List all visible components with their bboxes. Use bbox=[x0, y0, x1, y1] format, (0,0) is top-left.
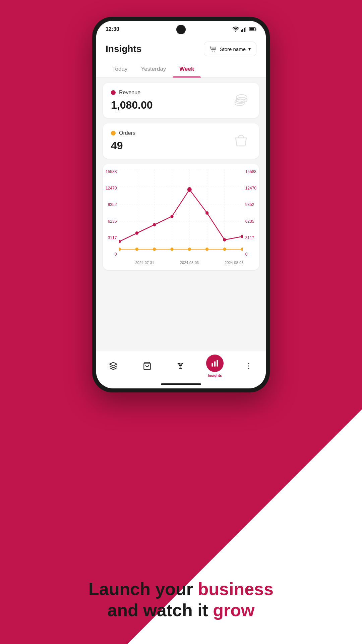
svg-point-6 bbox=[212, 51, 213, 52]
rev-dot-6 bbox=[223, 238, 226, 241]
phone-frame: 12:30 bbox=[92, 17, 270, 392]
nav-item-products[interactable] bbox=[103, 361, 123, 371]
promo-line1-text: Launch your bbox=[88, 579, 198, 599]
y-label-0: 15588 bbox=[106, 169, 117, 174]
y-right-label-2: 9352 bbox=[245, 202, 254, 207]
chart-x-labels: 2024-07-31 2024-08-03 2024-08-06 bbox=[106, 258, 256, 265]
promo-line-2: and watch it grow bbox=[30, 600, 332, 621]
chart-container: 15588 12470 9352 6235 3117 0 bbox=[103, 164, 259, 270]
battery-icon bbox=[249, 27, 256, 31]
camera-notch bbox=[176, 25, 186, 34]
y-right-label-0: 15588 bbox=[245, 169, 256, 174]
y-label-2: 9352 bbox=[108, 202, 117, 207]
promo-text-block: Launch your business and watch it grow bbox=[30, 579, 332, 621]
wifi-icon bbox=[232, 26, 239, 32]
store-name-label: Store name bbox=[220, 46, 246, 52]
svg-rect-0 bbox=[241, 30, 242, 32]
svg-rect-34 bbox=[217, 360, 218, 367]
status-icons bbox=[232, 26, 256, 32]
orders-value: 49 bbox=[111, 140, 135, 152]
y-right-label-4: 3117 bbox=[245, 235, 254, 240]
ord-dot-3 bbox=[171, 248, 174, 251]
phone-wrapper: 12:30 bbox=[92, 17, 270, 392]
rev-dot-3 bbox=[171, 215, 174, 218]
more-icon bbox=[244, 361, 253, 371]
ord-dot-6 bbox=[223, 248, 226, 251]
svg-rect-3 bbox=[245, 27, 246, 32]
ord-dot-5 bbox=[205, 248, 208, 251]
y-label-4: 3117 bbox=[108, 235, 117, 240]
rev-dot-0 bbox=[119, 240, 121, 243]
rev-dot-2 bbox=[153, 223, 156, 226]
nav-item-insights[interactable]: Insights bbox=[205, 355, 225, 377]
home-indicator bbox=[161, 383, 201, 385]
store-selector[interactable]: Store name ▾ bbox=[204, 42, 256, 56]
rev-dot-4 bbox=[187, 187, 192, 192]
tab-week[interactable]: Week bbox=[173, 62, 201, 77]
svg-point-36 bbox=[248, 365, 249, 366]
tabs-row: Today Yesterday Week bbox=[96, 62, 266, 77]
ord-dot-1 bbox=[135, 248, 138, 251]
scroll-content: Revenue 1,080.00 bbox=[96, 77, 266, 350]
insights-nav-label: Insights bbox=[208, 373, 222, 377]
chart-wrap: 15588 12470 9352 6235 3117 0 bbox=[106, 169, 256, 258]
promo-line-1: Launch your business bbox=[30, 579, 332, 599]
tab-today[interactable]: Today bbox=[106, 62, 134, 77]
y-right-label-3: 6235 bbox=[245, 219, 254, 224]
x-label-1: 2024-08-03 bbox=[180, 261, 199, 265]
svg-rect-2 bbox=[244, 28, 245, 32]
svg-rect-1 bbox=[242, 29, 243, 32]
chevron-down-icon: ▾ bbox=[248, 46, 251, 52]
orders-left: Orders 49 bbox=[111, 130, 135, 152]
y-label-5: 0 bbox=[115, 252, 117, 257]
revenue-value: 1,080.00 bbox=[111, 99, 153, 111]
y-label-3: 6235 bbox=[108, 219, 117, 224]
ord-dot-2 bbox=[153, 248, 156, 251]
svg-rect-5 bbox=[250, 28, 254, 31]
rev-dot-1 bbox=[135, 231, 138, 235]
svg-point-35 bbox=[248, 363, 249, 364]
promo-line2-text: and watch it bbox=[107, 600, 213, 620]
nav-item-more[interactable] bbox=[239, 361, 259, 371]
y-label-1: 12470 bbox=[106, 186, 117, 191]
chart-y-axis-left: 15588 12470 9352 6235 3117 0 bbox=[106, 169, 119, 257]
svg-point-7 bbox=[215, 51, 216, 52]
bottom-nav: 𝕐 Insight bbox=[96, 350, 266, 383]
revenue-card: Revenue 1,080.00 bbox=[103, 83, 259, 118]
status-bar: 12:30 bbox=[96, 21, 266, 35]
revenue-label: Revenue bbox=[111, 90, 153, 96]
nav-item-shop[interactable] bbox=[137, 361, 157, 371]
cube-icon bbox=[109, 361, 118, 371]
chart-y-axis-right: 15588 12470 9352 6235 3117 0 bbox=[243, 169, 256, 257]
nav-item-yotpo[interactable]: 𝕐 bbox=[171, 361, 191, 371]
x-label-2: 2024-08-06 bbox=[225, 261, 243, 265]
rev-dot-5 bbox=[205, 211, 208, 215]
revenue-dot bbox=[111, 90, 116, 95]
x-label-0: 2024-07-31 bbox=[135, 261, 154, 265]
tab-yesterday[interactable]: Yesterday bbox=[134, 62, 173, 77]
app-header: Insights Store name ▾ bbox=[96, 35, 266, 62]
chart-svg bbox=[119, 169, 242, 257]
svg-point-37 bbox=[248, 368, 249, 369]
svg-rect-32 bbox=[212, 363, 213, 367]
insights-active-bg bbox=[206, 355, 224, 372]
bag-icon bbox=[231, 130, 251, 152]
page-title: Insights bbox=[106, 44, 141, 54]
y-icon: 𝕐 bbox=[176, 361, 186, 371]
y-right-label-5: 0 bbox=[245, 252, 248, 257]
store-icon bbox=[209, 45, 217, 53]
ord-dot-4 bbox=[188, 248, 191, 251]
promo-line1-highlight: business bbox=[198, 579, 274, 599]
promo-line2-highlight: grow bbox=[213, 600, 254, 620]
coins-icon bbox=[231, 90, 251, 111]
orders-card: Orders 49 bbox=[103, 123, 259, 159]
bag-nav-icon bbox=[142, 361, 152, 371]
chart-icon bbox=[210, 359, 219, 368]
chart-svg-area bbox=[119, 169, 242, 258]
revenue-left: Revenue 1,080.00 bbox=[111, 90, 153, 111]
y-right-label-1: 12470 bbox=[245, 186, 256, 191]
orders-label: Orders bbox=[111, 130, 135, 136]
svg-text:𝕐: 𝕐 bbox=[177, 362, 183, 370]
orders-dot bbox=[111, 131, 116, 136]
ord-dot-0 bbox=[119, 248, 121, 251]
